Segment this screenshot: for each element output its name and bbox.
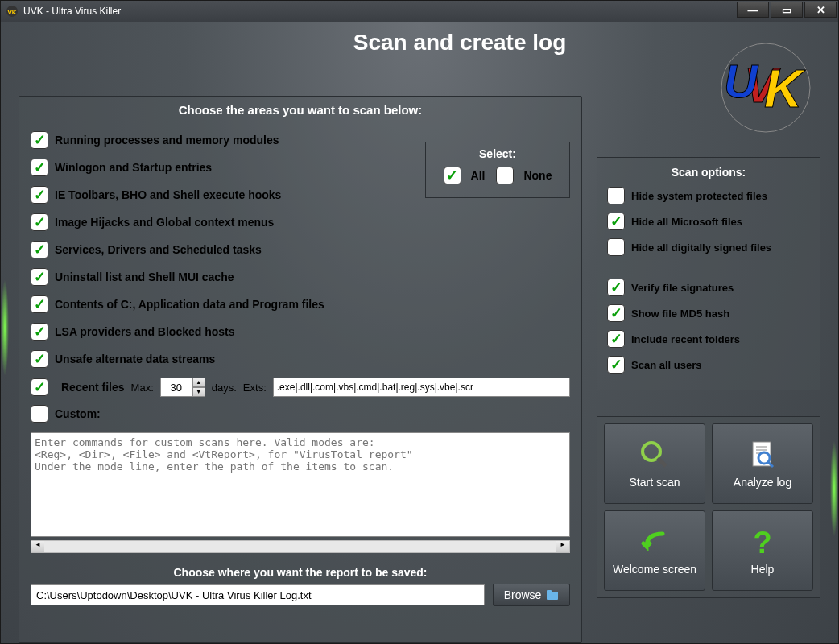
scan-option-row: Hide all Microsoft files — [607, 213, 810, 230]
select-none-checkbox[interactable] — [496, 167, 514, 184]
question-icon: ? — [746, 526, 779, 558]
custom-row: Custom: — [31, 405, 570, 423]
scan-area-checkbox[interactable] — [31, 323, 48, 341]
minimize-button[interactable]: — — [737, 2, 769, 18]
document-magnifier-icon — [746, 439, 779, 471]
scan-option-checkbox[interactable] — [607, 238, 625, 256]
svg-text:K: K — [764, 59, 806, 118]
select-title: Select: — [426, 147, 569, 160]
scan-option-checkbox[interactable] — [607, 356, 625, 374]
scan-area-checkbox[interactable] — [31, 131, 48, 149]
textarea-scrollbar[interactable]: ◄► — [31, 540, 570, 553]
scan-area-row: LSA providers and Blocked hosts — [31, 323, 570, 341]
scan-area-row: Services, Drivers and Scheduled tasks — [31, 241, 570, 258]
back-arrow-icon — [639, 526, 671, 558]
scan-area-label: Running processes and memory modules — [55, 134, 279, 147]
svg-line-9 — [658, 458, 666, 466]
analyze-log-button[interactable]: Analyze log — [712, 423, 813, 504]
scan-area-checkbox[interactable] — [31, 241, 48, 258]
scan-area-row: Image Hijacks and Global context menus — [31, 213, 570, 231]
spinner-down[interactable]: ▼ — [192, 387, 205, 397]
scan-option-checkbox[interactable] — [607, 213, 625, 230]
scan-option-row: Hide all digitally signed files — [607, 238, 810, 256]
recent-files-checkbox[interactable] — [31, 378, 48, 396]
max-days-input[interactable] — [160, 378, 192, 397]
scan-area-checkbox[interactable] — [31, 295, 48, 313]
report-path-input[interactable] — [31, 584, 485, 605]
select-none-label: None — [523, 169, 552, 182]
scan-area-label: Contents of C:, Application data and Pro… — [55, 298, 324, 311]
panel-subtitle: Choose the areas you want to scan below: — [31, 103, 570, 117]
recent-files-label: Recent files — [61, 381, 125, 394]
welcome-screen-button[interactable]: Welcome screen — [604, 510, 705, 591]
scan-area-checkbox[interactable] — [31, 268, 48, 286]
maximize-button[interactable]: ▭ — [771, 2, 803, 18]
scan-area-checkbox[interactable] — [31, 350, 48, 368]
scan-option-label: Hide all digitally signed files — [631, 242, 771, 254]
scan-areas-panel: Choose the areas you want to scan below:… — [19, 96, 582, 643]
scan-option-checkbox[interactable] — [607, 330, 625, 348]
titlebar: VK UVK - Ultra Virus Killer — ▭ ✕ — [1, 1, 838, 22]
scan-option-label: Show file MD5 hash — [631, 308, 729, 320]
browse-button[interactable]: Browse — [493, 584, 570, 606]
svg-text:VK: VK — [7, 9, 16, 16]
max-days-spinner[interactable]: ▲▼ — [160, 378, 205, 397]
help-button[interactable]: ? Help — [712, 510, 813, 591]
recent-files-row: Recent files Max: ▲▼ days. Exts: — [31, 378, 570, 397]
content-area: Scan and create log V U K Choose the are… — [1, 22, 838, 643]
scan-area-row: Unsafe alternate data streams — [31, 350, 570, 368]
window-title: UVK - Ultra Virus Killer — [23, 6, 121, 17]
scan-option-row: Hide system protected files — [607, 187, 810, 204]
action-buttons: Start scan Analyze log Welcome screen ? … — [597, 416, 820, 598]
scan-area-checkbox[interactable] — [31, 213, 48, 231]
decor-glow — [830, 440, 838, 537]
scan-options-panel: Scan options: Hide system protected file… — [597, 157, 820, 390]
decor-glow — [1, 279, 9, 376]
scan-area-row: Contents of C:, Application data and Pro… — [31, 295, 570, 313]
max-label: Max: — [131, 382, 154, 394]
app-window: VK UVK - Ultra Virus Killer — ▭ ✕ Scan a… — [0, 0, 839, 644]
scan-option-row: Include recent folders — [607, 330, 810, 348]
select-all-box: Select: All None — [425, 142, 570, 198]
spinner-up[interactable]: ▲ — [192, 378, 205, 387]
days-label: days. — [212, 382, 237, 394]
scan-area-label: Unsafe alternate data streams — [55, 353, 215, 365]
extensions-input[interactable] — [273, 378, 570, 397]
uvk-logo: V U K — [717, 39, 814, 136]
scan-option-checkbox[interactable] — [607, 304, 625, 322]
svg-point-8 — [643, 443, 660, 460]
scan-option-label: Include recent folders — [631, 333, 740, 345]
custom-label: Custom: — [55, 407, 101, 420]
select-all-checkbox[interactable] — [444, 167, 461, 184]
close-button[interactable]: ✕ — [804, 2, 837, 18]
scan-area-label: IE Toolbars, BHO and Shell execute hooks — [55, 188, 281, 201]
scan-option-checkbox[interactable] — [607, 279, 625, 296]
scan-area-row: Uninstall list and Shell MUI cache — [31, 268, 570, 286]
app-icon: VK — [6, 5, 19, 18]
folder-icon — [546, 588, 559, 601]
scan-area-label: Services, Drivers and Scheduled tasks — [55, 243, 262, 256]
scan-area-label: Winlogon and Startup entries — [55, 161, 212, 174]
svg-text:?: ? — [753, 526, 771, 558]
custom-checkbox[interactable] — [31, 405, 48, 423]
scan-area-checkbox[interactable] — [31, 159, 48, 176]
exts-label: Exts: — [243, 382, 267, 394]
page-title: Scan and create log — [12, 30, 827, 56]
custom-commands-textarea[interactable] — [31, 432, 570, 537]
scan-options-title: Scan options: — [607, 166, 810, 179]
scan-area-checkbox[interactable] — [31, 186, 48, 204]
scan-option-checkbox[interactable] — [607, 187, 625, 204]
svg-text:U: U — [724, 55, 759, 107]
scan-option-row: Scan all users — [607, 356, 810, 374]
scan-area-label: Image Hijacks and Global context menus — [55, 216, 274, 229]
scan-area-label: Uninstall list and Shell MUI cache — [55, 270, 234, 283]
scan-option-row: Verify file signatures — [607, 279, 810, 296]
scan-option-row: Show file MD5 hash — [607, 304, 810, 322]
report-label: Choose where you want the report to be s… — [31, 566, 570, 579]
start-scan-button[interactable]: Start scan — [604, 423, 705, 504]
scan-option-label: Hide system protected files — [631, 190, 767, 202]
select-all-label: All — [471, 169, 486, 182]
scan-option-label: Verify file signatures — [631, 282, 734, 294]
magnifier-icon — [639, 439, 671, 471]
svg-rect-7 — [547, 590, 552, 593]
